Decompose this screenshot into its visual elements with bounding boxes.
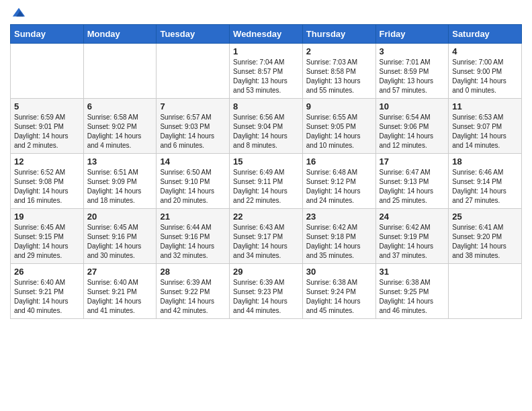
calendar-day-cell: 1Sunrise: 7:04 AM Sunset: 8:57 PM Daylig… [230, 44, 303, 99]
day-info: Sunrise: 6:57 AM Sunset: 9:03 PM Dayligh… [160, 113, 226, 150]
day-of-week-header: Sunday [11, 25, 84, 44]
day-number: 29 [233, 267, 299, 277]
day-info: Sunrise: 6:56 AM Sunset: 9:04 PM Dayligh… [233, 113, 299, 150]
day-number: 31 [380, 267, 445, 277]
day-number: 27 [87, 267, 153, 277]
calendar-day-cell: 3Sunrise: 7:01 AM Sunset: 8:59 PM Daylig… [375, 44, 449, 99]
day-info: Sunrise: 6:45 AM Sunset: 9:16 PM Dayligh… [87, 223, 153, 261]
day-info: Sunrise: 6:51 AM Sunset: 9:09 PM Dayligh… [87, 168, 153, 205]
calendar-empty-cell [11, 44, 84, 99]
day-number: 18 [452, 156, 518, 167]
calendar-day-cell: 5Sunrise: 6:59 AM Sunset: 9:01 PM Daylig… [11, 99, 84, 154]
day-info: Sunrise: 7:01 AM Sunset: 8:59 PM Dayligh… [380, 58, 445, 95]
calendar-day-cell: 20Sunrise: 6:45 AM Sunset: 9:16 PM Dayli… [83, 209, 157, 264]
day-number: 23 [306, 212, 372, 222]
day-number: 3 [380, 46, 445, 56]
calendar-day-cell: 16Sunrise: 6:48 AM Sunset: 9:12 PM Dayli… [302, 154, 375, 209]
day-of-week-header: Tuesday [157, 25, 230, 44]
logo [10, 7, 26, 17]
day-number: 22 [233, 212, 299, 222]
calendar-day-cell: 12Sunrise: 6:52 AM Sunset: 9:08 PM Dayli… [11, 154, 84, 209]
day-number: 14 [160, 156, 226, 167]
day-info: Sunrise: 6:42 AM Sunset: 9:18 PM Dayligh… [306, 223, 372, 261]
calendar-day-cell: 28Sunrise: 6:39 AM Sunset: 9:22 PM Dayli… [157, 264, 230, 319]
day-number: 9 [306, 101, 372, 111]
day-info: Sunrise: 6:46 AM Sunset: 9:14 PM Dayligh… [452, 168, 518, 205]
calendar-day-cell: 17Sunrise: 6:47 AM Sunset: 9:13 PM Dayli… [375, 154, 449, 209]
calendar-day-cell: 7Sunrise: 6:57 AM Sunset: 9:03 PM Daylig… [157, 99, 230, 154]
day-info: Sunrise: 6:40 AM Sunset: 9:21 PM Dayligh… [14, 278, 80, 316]
day-number: 16 [306, 156, 372, 167]
calendar-day-cell: 26Sunrise: 6:40 AM Sunset: 9:21 PM Dayli… [11, 264, 84, 319]
calendar-day-cell: 15Sunrise: 6:49 AM Sunset: 9:11 PM Dayli… [230, 154, 303, 209]
calendar-day-cell: 19Sunrise: 6:45 AM Sunset: 9:15 PM Dayli… [11, 209, 84, 264]
day-number: 28 [160, 267, 226, 277]
day-number: 11 [452, 101, 518, 111]
day-number: 17 [380, 156, 445, 167]
day-number: 12 [14, 156, 80, 167]
day-number: 13 [87, 156, 153, 167]
day-of-week-header: Monday [83, 25, 157, 44]
day-info: Sunrise: 6:42 AM Sunset: 9:19 PM Dayligh… [380, 223, 445, 261]
day-info: Sunrise: 6:45 AM Sunset: 9:15 PM Dayligh… [14, 223, 80, 261]
day-number: 1 [233, 46, 299, 56]
day-info: Sunrise: 6:48 AM Sunset: 9:12 PM Dayligh… [306, 168, 372, 205]
calendar-day-cell: 11Sunrise: 6:53 AM Sunset: 9:07 PM Dayli… [449, 99, 522, 154]
day-info: Sunrise: 6:38 AM Sunset: 9:25 PM Dayligh… [380, 278, 445, 316]
day-info: Sunrise: 6:59 AM Sunset: 9:01 PM Dayligh… [14, 113, 80, 150]
logo-icon [11, 5, 26, 20]
day-info: Sunrise: 6:41 AM Sunset: 9:20 PM Dayligh… [452, 223, 518, 261]
day-of-week-header: Wednesday [230, 25, 303, 44]
calendar-day-cell: 6Sunrise: 6:58 AM Sunset: 9:02 PM Daylig… [83, 99, 157, 154]
day-of-week-header: Thursday [302, 25, 375, 44]
day-info: Sunrise: 6:43 AM Sunset: 9:17 PM Dayligh… [233, 223, 299, 261]
calendar-empty-cell [83, 44, 157, 99]
day-number: 7 [160, 101, 226, 111]
calendar-day-cell: 18Sunrise: 6:46 AM Sunset: 9:14 PM Dayli… [449, 154, 522, 209]
day-info: Sunrise: 6:55 AM Sunset: 9:05 PM Dayligh… [306, 113, 372, 150]
calendar-day-cell: 29Sunrise: 6:39 AM Sunset: 9:23 PM Dayli… [230, 264, 303, 319]
day-info: Sunrise: 6:52 AM Sunset: 9:08 PM Dayligh… [14, 168, 80, 205]
calendar-day-cell: 27Sunrise: 6:40 AM Sunset: 9:21 PM Dayli… [83, 264, 157, 319]
day-number: 26 [14, 267, 80, 277]
calendar-day-cell: 8Sunrise: 6:56 AM Sunset: 9:04 PM Daylig… [230, 99, 303, 154]
calendar-empty-cell [157, 44, 230, 99]
day-info: Sunrise: 6:58 AM Sunset: 9:02 PM Dayligh… [87, 113, 153, 150]
day-info: Sunrise: 6:49 AM Sunset: 9:11 PM Dayligh… [233, 168, 299, 205]
calendar-day-cell: 25Sunrise: 6:41 AM Sunset: 9:20 PM Dayli… [449, 209, 522, 264]
calendar-day-cell: 2Sunrise: 7:03 AM Sunset: 8:58 PM Daylig… [302, 44, 375, 99]
calendar-week-row: 5Sunrise: 6:59 AM Sunset: 9:01 PM Daylig… [11, 99, 522, 154]
header [10, 7, 522, 17]
calendar: SundayMondayTuesdayWednesdayThursdayFrid… [10, 24, 522, 319]
day-info: Sunrise: 6:47 AM Sunset: 9:13 PM Dayligh… [380, 168, 445, 205]
day-number: 25 [452, 212, 518, 222]
calendar-day-cell: 4Sunrise: 7:00 AM Sunset: 9:00 PM Daylig… [449, 44, 522, 99]
calendar-day-cell: 10Sunrise: 6:54 AM Sunset: 9:06 PM Dayli… [375, 99, 449, 154]
calendar-day-cell: 22Sunrise: 6:43 AM Sunset: 9:17 PM Dayli… [230, 209, 303, 264]
day-info: Sunrise: 6:50 AM Sunset: 9:10 PM Dayligh… [160, 168, 226, 205]
day-info: Sunrise: 6:39 AM Sunset: 9:22 PM Dayligh… [160, 278, 226, 316]
calendar-day-cell: 30Sunrise: 6:38 AM Sunset: 9:24 PM Dayli… [302, 264, 375, 319]
day-info: Sunrise: 6:39 AM Sunset: 9:23 PM Dayligh… [233, 278, 299, 316]
day-info: Sunrise: 6:38 AM Sunset: 9:24 PM Dayligh… [306, 278, 372, 316]
day-number: 5 [14, 101, 80, 111]
day-number: 30 [306, 267, 372, 277]
calendar-week-row: 19Sunrise: 6:45 AM Sunset: 9:15 PM Dayli… [11, 209, 522, 264]
day-number: 8 [233, 101, 299, 111]
page: SundayMondayTuesdayWednesdayThursdayFrid… [0, 0, 532, 329]
calendar-day-cell: 13Sunrise: 6:51 AM Sunset: 9:09 PM Dayli… [83, 154, 157, 209]
day-number: 19 [14, 212, 80, 222]
day-of-week-header: Friday [375, 25, 449, 44]
calendar-week-row: 12Sunrise: 6:52 AM Sunset: 9:08 PM Dayli… [11, 154, 522, 209]
day-number: 10 [380, 101, 445, 111]
calendar-day-cell: 9Sunrise: 6:55 AM Sunset: 9:05 PM Daylig… [302, 99, 375, 154]
day-number: 15 [233, 156, 299, 167]
day-number: 6 [87, 101, 153, 111]
day-info: Sunrise: 7:00 AM Sunset: 9:00 PM Dayligh… [452, 58, 518, 95]
calendar-day-cell: 23Sunrise: 6:42 AM Sunset: 9:18 PM Dayli… [302, 209, 375, 264]
calendar-day-cell: 21Sunrise: 6:44 AM Sunset: 9:16 PM Dayli… [157, 209, 230, 264]
calendar-day-cell: 14Sunrise: 6:50 AM Sunset: 9:10 PM Dayli… [157, 154, 230, 209]
calendar-header-row: SundayMondayTuesdayWednesdayThursdayFrid… [11, 25, 522, 44]
calendar-week-row: 26Sunrise: 6:40 AM Sunset: 9:21 PM Dayli… [11, 264, 522, 319]
day-info: Sunrise: 6:54 AM Sunset: 9:06 PM Dayligh… [380, 113, 445, 150]
